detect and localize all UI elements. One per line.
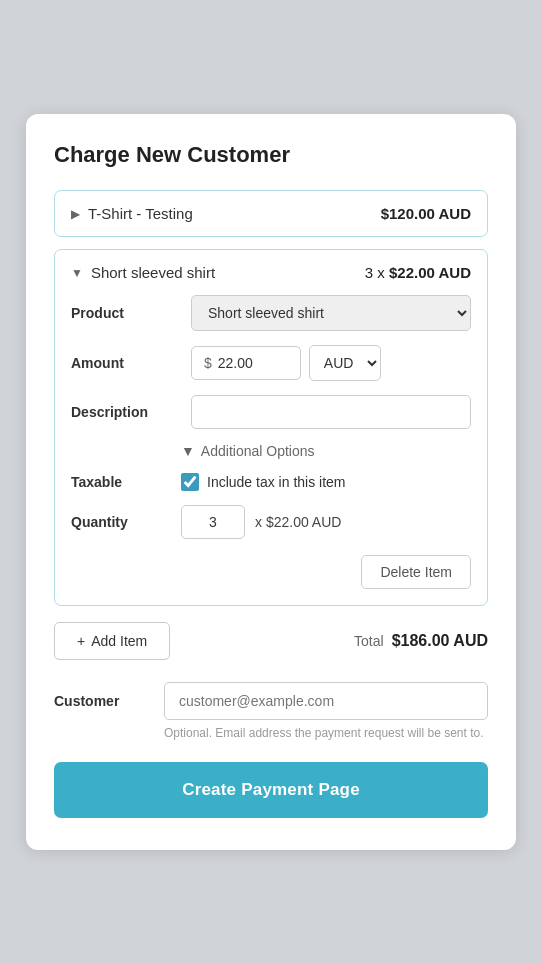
product-row: Product Short sleeved shirt	[71, 295, 471, 331]
taxable-label: Taxable	[71, 474, 181, 490]
item-expanded-header: ▼ Short sleeved shirt 3 x $22.00 AUD	[71, 264, 471, 281]
description-row: Description	[71, 395, 471, 429]
taxable-row: Taxable Include tax in this item	[71, 473, 471, 491]
description-input[interactable]	[191, 395, 471, 429]
taxable-check-label: Include tax in this item	[207, 474, 346, 490]
chevron-right-icon: ▶	[71, 207, 80, 221]
item-price: $120.00 AUD	[381, 205, 471, 222]
item-row-collapsed[interactable]: ▶ T-Shirt - Testing $120.00 AUD	[54, 190, 488, 237]
delete-item-button[interactable]: Delete Item	[361, 555, 471, 589]
quantity-label: Quantity	[71, 514, 181, 530]
amount-group: $ AUD USD EUR	[191, 345, 471, 381]
customer-label: Customer	[54, 693, 154, 709]
quantity-input[interactable]	[181, 505, 245, 539]
create-payment-page-button[interactable]: Create Payment Page	[54, 762, 488, 818]
chevron-down-icon: ▼	[71, 266, 83, 280]
quantity-row: Quantity x $22.00 AUD	[71, 505, 471, 539]
total-amount: $186.00 AUD	[392, 632, 488, 650]
add-item-button[interactable]: + Add Item	[54, 622, 170, 660]
amount-input[interactable]	[218, 355, 288, 371]
page-title: Charge New Customer	[54, 142, 488, 168]
expanded-item-price: 3 x $22.00 AUD	[365, 264, 471, 281]
chevron-down-small-icon: ▼	[181, 443, 195, 459]
delete-item-container: Delete Item	[71, 555, 471, 589]
customer-row: Customer Optional. Email address the pay…	[54, 682, 488, 740]
amount-input-wrapper[interactable]: $	[191, 346, 301, 380]
taxable-checkbox[interactable]	[181, 473, 199, 491]
currency-symbol: $	[204, 355, 212, 371]
currency-select[interactable]: AUD USD EUR	[309, 345, 381, 381]
amount-label: Amount	[71, 355, 181, 371]
action-row: + Add Item Total $186.00 AUD	[54, 622, 488, 660]
expanded-item-name: Short sleeved shirt	[91, 264, 215, 281]
amount-row: Amount $ AUD USD EUR	[71, 345, 471, 381]
additional-options-label: Additional Options	[201, 443, 315, 459]
add-item-label: Add Item	[91, 633, 147, 649]
total-section: Total $186.00 AUD	[354, 632, 488, 650]
item-row-left: ▶ T-Shirt - Testing	[71, 205, 193, 222]
customer-email-input[interactable]	[164, 682, 488, 720]
quantity-multiplier: x $22.00 AUD	[255, 514, 341, 530]
total-label: Total	[354, 633, 384, 649]
item-name: T-Shirt - Testing	[88, 205, 193, 222]
item-row-expanded: ▼ Short sleeved shirt 3 x $22.00 AUD Pro…	[54, 249, 488, 606]
product-label: Product	[71, 305, 181, 321]
product-select[interactable]: Short sleeved shirt	[191, 295, 471, 331]
customer-inner: Customer	[54, 682, 488, 720]
additional-options-toggle[interactable]: ▼ Additional Options	[181, 443, 471, 459]
plus-icon: +	[77, 633, 85, 649]
charge-form: Charge New Customer ▶ T-Shirt - Testing …	[26, 114, 516, 850]
item-expanded-header-left[interactable]: ▼ Short sleeved shirt	[71, 264, 215, 281]
customer-hint: Optional. Email address the payment requ…	[164, 726, 488, 740]
taxable-check-group: Include tax in this item	[181, 473, 346, 491]
description-label: Description	[71, 404, 181, 420]
